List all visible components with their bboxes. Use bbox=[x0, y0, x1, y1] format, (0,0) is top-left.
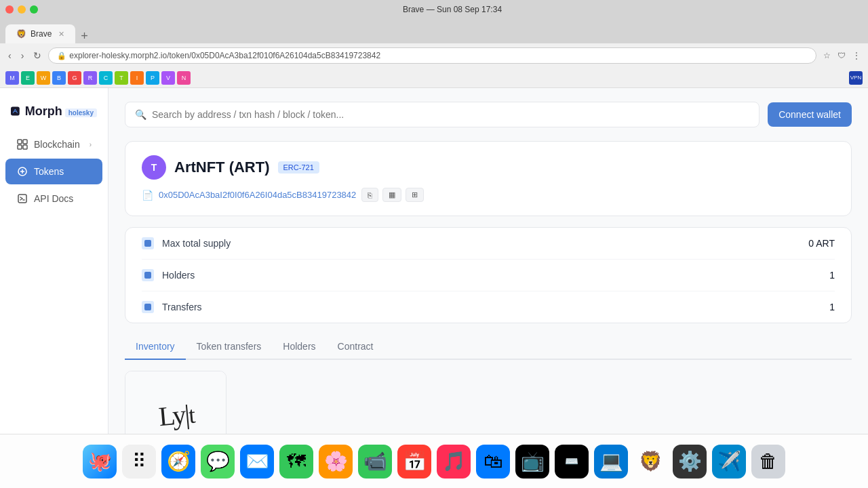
morph-logo-icon bbox=[11, 102, 20, 121]
stat-row-supply: Max total supply 0 ART bbox=[142, 228, 835, 260]
token-address-row: 📄 0x05D0AcA3baI2f0I0f6A26I04da5cB8341972… bbox=[142, 188, 835, 202]
stat-label-transfers: Transfers bbox=[162, 302, 829, 312]
dock-trash[interactable]: 🗑 bbox=[751, 445, 785, 479]
ext-10[interactable]: P bbox=[146, 71, 159, 85]
nft-image: Ly|t bbox=[125, 371, 226, 434]
vpn-icon[interactable]: VPN bbox=[849, 71, 863, 85]
shield-icon[interactable]: 🛡 bbox=[835, 49, 848, 62]
tokens-label: Tokens bbox=[34, 166, 92, 177]
copy-address-button[interactable]: ⎘ bbox=[361, 188, 378, 202]
search-box[interactable]: 🔍 bbox=[125, 102, 760, 127]
browser-tabs: 🦁 Brave ✕ + bbox=[0, 19, 868, 43]
ext-8[interactable]: T bbox=[115, 71, 128, 85]
url-text: explorer-holesky.morph2.io/token/0x05D0A… bbox=[69, 51, 808, 60]
forward-button[interactable]: › bbox=[18, 47, 27, 64]
grid-view-button[interactable]: ⊞ bbox=[406, 188, 424, 202]
app-container: Morphholesky Blockchain › bbox=[0, 88, 868, 434]
sidebar-logo: Morphholesky bbox=[0, 96, 108, 131]
ext-1[interactable]: M bbox=[5, 71, 19, 85]
ext-7[interactable]: C bbox=[99, 71, 113, 85]
sidebar: Morphholesky Blockchain › bbox=[0, 88, 108, 434]
sidebar-item-tokens[interactable]: Tokens bbox=[5, 159, 102, 184]
dock-safari[interactable]: 🧭 bbox=[161, 445, 195, 479]
dock-photos[interactable]: 🌸 bbox=[319, 445, 353, 479]
browser-tab[interactable]: 🦁 Brave ✕ bbox=[5, 24, 75, 43]
tab-token-transfers[interactable]: Token transfers bbox=[186, 334, 273, 360]
token-address[interactable]: 0x05D0AcA3baI2f0I0f6A26I04da5cB834197238… bbox=[159, 190, 356, 200]
qr-code-button[interactable]: ▦ bbox=[382, 188, 401, 202]
stat-row-holders: Holders 1 bbox=[142, 260, 835, 291]
ext-5[interactable]: G bbox=[68, 71, 81, 85]
stat-indicator-holders bbox=[142, 269, 154, 281]
sidebar-item-api-docs[interactable]: API Docs bbox=[5, 186, 102, 211]
main-content: 🔍 Connect wallet T ArtNFT (ART) ERC-721 … bbox=[108, 88, 868, 434]
dock-finder[interactable]: 🐙 bbox=[83, 445, 117, 479]
token-header: T ArtNFT (ART) ERC-721 📄 0x05D0AcA3baI2f… bbox=[125, 141, 852, 216]
address-actions: ⎘ ▦ ⊞ bbox=[361, 188, 424, 202]
browser-titlebar: Brave — Sun 08 Sep 17:34 bbox=[0, 0, 868, 19]
dock-launchpad[interactable]: ⠿ bbox=[122, 445, 156, 479]
bookmark-icon[interactable]: ☆ bbox=[821, 49, 833, 62]
dock-terminal[interactable]: ⌨️ bbox=[555, 445, 589, 479]
back-button[interactable]: ‹ bbox=[5, 47, 14, 64]
search-input[interactable] bbox=[152, 109, 749, 120]
ext-9[interactable]: I bbox=[130, 71, 144, 85]
dock-vscode[interactable]: 💻 bbox=[594, 445, 628, 479]
tab-holders[interactable]: Holders bbox=[272, 334, 326, 360]
api-docs-icon bbox=[16, 192, 28, 205]
ext-11[interactable]: V bbox=[161, 71, 175, 85]
ext-4[interactable]: B bbox=[52, 71, 66, 85]
mac-dock: 🐙 ⠿ 🧭 💬 ✉️ 🗺 🌸 📹 📅 🎵 🛍 📺 ⌨️ 💻 🦁 ⚙️ ✈️ 🗑 bbox=[0, 434, 868, 488]
token-standard-badge: ERC-721 bbox=[278, 161, 319, 174]
dock-github[interactable]: ⚙️ bbox=[673, 445, 707, 479]
stat-indicator bbox=[142, 237, 154, 249]
sidebar-item-blockchain[interactable]: Blockchain › bbox=[5, 131, 102, 157]
toolbar-icons: ☆ 🛡 ⋮ bbox=[821, 49, 863, 62]
ext-3[interactable]: W bbox=[37, 71, 50, 85]
svg-rect-1 bbox=[18, 140, 22, 144]
stat-label-holders: Holders bbox=[162, 270, 829, 281]
stat-indicator-transfers bbox=[142, 301, 154, 313]
minimize-button[interactable] bbox=[18, 5, 26, 14]
ext-2[interactable]: E bbox=[21, 71, 35, 85]
maximize-button[interactable] bbox=[30, 5, 38, 14]
dock-telegram[interactable]: ✈️ bbox=[712, 445, 746, 479]
browser-title: Brave — Sun 08 Sep 17:34 bbox=[42, 5, 863, 14]
close-button[interactable] bbox=[5, 5, 14, 14]
stat-value-supply: 0 ART bbox=[808, 238, 835, 249]
address-bar[interactable]: 🔒 explorer-holesky.morph2.io/token/0x05D… bbox=[48, 47, 816, 64]
dock-mail[interactable]: ✉️ bbox=[240, 445, 274, 479]
tabs-row: Inventory Token transfers Holders Contra… bbox=[125, 334, 852, 360]
extensions-icon[interactable]: ⋮ bbox=[850, 49, 863, 62]
tab-contract[interactable]: Contract bbox=[327, 334, 384, 360]
blockchain-label: Blockchain bbox=[34, 139, 84, 150]
dock-messages[interactable]: 💬 bbox=[201, 445, 235, 479]
nft-artwork: Ly|t bbox=[157, 398, 195, 432]
token-icon: T bbox=[142, 155, 166, 180]
dock-calendar[interactable]: 📅 bbox=[397, 445, 431, 479]
stat-value-transfers: 1 bbox=[829, 302, 835, 312]
dock-brave[interactable]: 🦁 bbox=[633, 445, 667, 479]
token-title-row: T ArtNFT (ART) ERC-721 bbox=[142, 155, 835, 180]
svg-rect-4 bbox=[23, 145, 27, 149]
search-icon: 🔍 bbox=[135, 109, 146, 120]
ext-6[interactable]: R bbox=[83, 71, 97, 85]
document-icon: 📄 bbox=[142, 190, 153, 201]
svg-rect-3 bbox=[18, 145, 22, 149]
stats-section: Max total supply 0 ART Holders 1 Transfe… bbox=[125, 227, 852, 323]
tokens-icon bbox=[16, 165, 28, 178]
svg-rect-2 bbox=[23, 140, 27, 144]
nft-grid: Ly|t ID# 1 Owner 0xEd921B...84C bbox=[125, 371, 852, 434]
refresh-button[interactable]: ↻ bbox=[31, 47, 44, 64]
dock-maps[interactable]: 🗺 bbox=[279, 445, 313, 479]
connect-wallet-button[interactable]: Connect wallet bbox=[768, 102, 852, 127]
new-tab-button[interactable]: + bbox=[75, 29, 94, 43]
ext-12[interactable]: N bbox=[177, 71, 191, 85]
dock-facetime[interactable]: 📹 bbox=[358, 445, 392, 479]
tab-inventory[interactable]: Inventory bbox=[125, 334, 186, 360]
dock-tv[interactable]: 📺 bbox=[515, 445, 549, 479]
dock-music[interactable]: 🎵 bbox=[437, 445, 471, 479]
dock-appstore[interactable]: 🛍 bbox=[476, 445, 510, 479]
nft-card[interactable]: Ly|t ID# 1 Owner 0xEd921B...84C bbox=[125, 371, 226, 434]
chevron-right-icon: › bbox=[90, 141, 92, 148]
